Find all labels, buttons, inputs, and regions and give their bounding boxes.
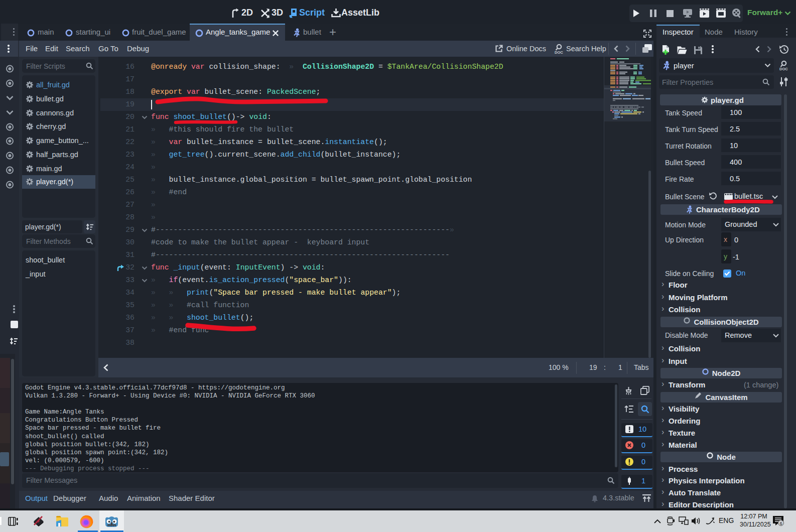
svg-text:6: 6 [779,520,782,526]
svg-text:DOC: DOC [555,50,563,55]
svg-text:DOC: DOC [779,67,788,71]
